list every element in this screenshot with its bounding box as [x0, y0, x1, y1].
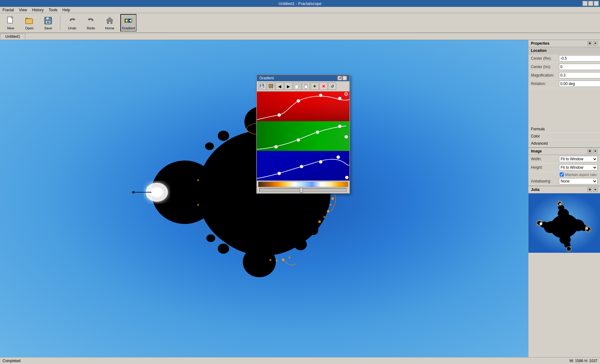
gradient-toolbar: ◀ ▶ + ✕ ↺: [257, 81, 349, 92]
antialiasing-select[interactable]: None 2x 4x: [559, 178, 598, 184]
rotation-input[interactable]: [559, 81, 600, 87]
width-select[interactable]: Fit to Window 800 1024: [559, 156, 598, 162]
home-icon: [105, 16, 115, 26]
julia-close-btn[interactable]: ✕: [593, 187, 598, 192]
save-button[interactable]: Save: [40, 14, 56, 32]
menu-fractal[interactable]: Fractal: [0, 7, 17, 13]
tab-untitled1[interactable]: Untitled1: [0, 33, 25, 40]
advanced-label[interactable]: Advanced: [528, 140, 600, 147]
grad-right-btn[interactable]: ▶: [284, 82, 292, 90]
menu-view[interactable]: View: [17, 7, 30, 13]
menu-history[interactable]: History: [29, 7, 46, 13]
menubar: Fractal View History Tools Help: [0, 7, 600, 13]
maintain-aspect-row: Maintain aspect ratio: [528, 172, 600, 177]
open-label: Open: [25, 26, 34, 30]
svg-point-11: [129, 20, 131, 22]
svg-point-40: [331, 197, 334, 200]
color-label[interactable]: Color: [528, 133, 600, 140]
svg-point-94: [278, 172, 281, 175]
new-button[interactable]: New: [2, 14, 19, 32]
antialiasing-label: Antialiasing:: [531, 179, 559, 183]
center-im-label: Center (Im):: [531, 65, 559, 69]
grad-rotate-btn[interactable]: ↺: [328, 82, 336, 90]
redo-icon: [86, 16, 96, 26]
julia-preview[interactable]: [528, 193, 600, 253]
gradient-close-button[interactable]: ✕: [342, 76, 347, 80]
grad-paste-btn[interactable]: [302, 82, 310, 90]
gradient-dialog-titlebar[interactable]: Gradient 📌 ✕: [257, 75, 349, 81]
grad-add-btn[interactable]: +: [311, 82, 319, 90]
location-section-label[interactable]: Location: [528, 47, 600, 54]
svg-point-60: [282, 258, 284, 261]
grad-left-btn[interactable]: ◀: [276, 82, 284, 90]
undo-icon: [67, 16, 77, 26]
svg-point-65: [147, 186, 149, 189]
gradient-button[interactable]: Gradient: [120, 14, 137, 32]
grad-delete-btn[interactable]: ✕: [319, 82, 328, 90]
svg-point-84: [338, 97, 341, 100]
magnification-label: Magnification:: [531, 73, 559, 77]
svg-point-64: [197, 204, 199, 206]
gradient-color-bar[interactable]: [258, 182, 348, 187]
new-icon: [6, 16, 16, 26]
magnification-input[interactable]: [559, 72, 600, 78]
julia-section: Julia ⚙ ✕: [528, 186, 600, 357]
red-channel-curve: [257, 92, 349, 121]
height-select[interactable]: Fit to Window 600: [559, 164, 598, 171]
gradient-pin-button[interactable]: 📌: [338, 76, 342, 80]
home-button[interactable]: Home: [102, 14, 118, 32]
svg-rect-3: [26, 19, 32, 24]
undo-button[interactable]: Undo: [64, 14, 80, 32]
svg-rect-72: [269, 84, 273, 87]
svg-point-66: [147, 196, 149, 198]
magnification-row: Magnification: ▲ ▼: [528, 71, 600, 80]
properties-settings-btn[interactable]: ⚙: [588, 41, 592, 46]
close-button[interactable]: ✕: [594, 1, 599, 6]
grad-edit-btn[interactable]: [267, 82, 275, 90]
width-row: Width: Fit to Window 800 1024: [528, 155, 600, 163]
julia-settings-btn[interactable]: ⚙: [588, 187, 592, 192]
center-re-input[interactable]: [559, 55, 600, 62]
svg-point-122: [585, 226, 587, 227]
maintain-aspect-checkbox[interactable]: [560, 172, 564, 177]
svg-rect-93: [257, 151, 349, 181]
maximize-button[interactable]: □: [588, 1, 593, 6]
center-im-row: Center (Im):: [528, 63, 600, 71]
gradient-slider-thumb[interactable]: [300, 188, 303, 193]
redo-button[interactable]: Redo: [83, 14, 99, 32]
svg-rect-70: [261, 84, 262, 86]
main-area: Gradient 📌 ✕ ◀ ▶: [0, 40, 600, 357]
open-button[interactable]: Open: [21, 14, 38, 32]
toolbar-sep-1: [60, 15, 60, 30]
svg-rect-78: [305, 84, 307, 85]
gradient-icon: [123, 16, 133, 26]
formula-label[interactable]: Formula: [528, 126, 600, 133]
grad-copy-btn[interactable]: [293, 82, 301, 90]
antialiasing-row: Antialiasing: None 2x 4x: [528, 177, 600, 186]
menu-tools[interactable]: Tools: [46, 7, 60, 13]
menu-help[interactable]: Help: [60, 7, 73, 13]
image-close-btn[interactable]: ✕: [593, 149, 598, 153]
svg-point-89: [297, 138, 300, 142]
svg-point-125: [561, 202, 562, 203]
center-im-input[interactable]: [559, 64, 600, 70]
image-settings-btn[interactable]: ⚙: [588, 149, 592, 153]
svg-point-98: [345, 176, 348, 179]
svg-point-23: [294, 239, 307, 250]
properties-close-btn[interactable]: ✕: [593, 41, 598, 46]
tabbar: Untitled1: [0, 33, 600, 40]
svg-point-59: [288, 257, 290, 258]
svg-point-118: [585, 227, 588, 230]
svg-point-95: [300, 165, 303, 168]
minimize-button[interactable]: —: [582, 1, 588, 6]
svg-point-16: [243, 247, 276, 277]
blue-channel-curve: [257, 151, 349, 181]
canvas-area[interactable]: Gradient 📌 ✕ ◀ ▶: [0, 40, 528, 357]
svg-point-68: [155, 188, 162, 196]
svg-rect-76: [295, 85, 298, 89]
svg-point-26: [206, 234, 215, 242]
svg-rect-0: [8, 17, 12, 23]
grad-save-btn[interactable]: [258, 82, 266, 90]
svg-point-96: [319, 160, 322, 163]
svg-point-90: [316, 131, 319, 134]
